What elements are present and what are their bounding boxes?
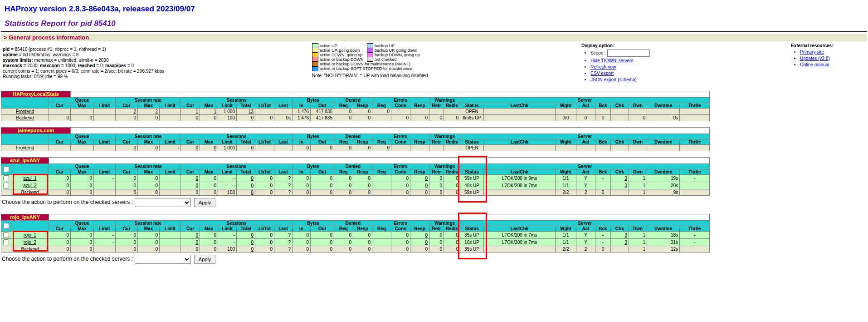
column-header: LbTot xyxy=(255,169,274,175)
stat-cell xyxy=(372,239,391,246)
server-checkbox[interactable] xyxy=(3,232,9,238)
stat-cell: Y xyxy=(576,232,595,239)
table-row: Backend00000010000?0000000035s UP2/22011… xyxy=(1,246,710,253)
display-option-link[interactable]: CSV export xyxy=(590,71,614,76)
display-option-link[interactable]: Hide 'DOWN' servers xyxy=(590,58,633,63)
process-info-text: Running tasks: 0/19; idle = 99 % xyxy=(3,74,68,79)
stat-cell-link[interactable]: 0 xyxy=(425,233,428,238)
haproxy-version-link[interactable]: HAProxy version 2.8.3-86e043a, released … xyxy=(5,5,195,13)
stat-cell xyxy=(444,109,460,115)
row-name-link[interactable]: rojo_2 xyxy=(24,240,36,245)
legend-swatch xyxy=(312,44,318,48)
column-header: Max xyxy=(200,139,218,145)
action-select[interactable] xyxy=(135,198,191,207)
stat-cell-link[interactable]: 0 xyxy=(251,247,254,252)
column-header: Resp xyxy=(410,139,429,145)
stat-cell xyxy=(429,145,444,151)
stat-cell: 0 xyxy=(71,115,94,121)
stat-cell: - xyxy=(595,182,611,189)
stat-cell-link[interactable]: 0 xyxy=(155,145,158,150)
stat-cell-link[interactable]: 0 xyxy=(251,115,254,120)
stat-cell: 0 xyxy=(353,189,372,196)
column-header: Max xyxy=(71,169,94,175)
column-header: Limit xyxy=(218,103,237,109)
stat-cell xyxy=(372,232,391,239)
apply-button[interactable]: Apply xyxy=(194,198,216,207)
stat-cell: 0 xyxy=(138,145,160,151)
select-all-checkbox[interactable] xyxy=(3,166,9,172)
stat-cell-link[interactable]: 0 xyxy=(195,240,198,245)
row-name-link[interactable]: Backend xyxy=(21,247,39,252)
stat-cell: 0 xyxy=(71,232,94,239)
scope-input[interactable] xyxy=(607,50,650,57)
stat-cell: 100 xyxy=(218,115,237,121)
stat-cell-link[interactable]: 0 xyxy=(195,183,198,188)
column-header: Redis xyxy=(444,103,460,109)
stat-cell: 35s UP xyxy=(460,246,484,253)
row-name-link[interactable]: azul_1 xyxy=(23,176,36,181)
stat-cell: L7OK/200 in 7ms xyxy=(484,182,556,189)
external-resource-link[interactable]: Primary site xyxy=(800,50,824,54)
stats-table-wrapper: HAProxyLocalStatsQueueSession rateSessio… xyxy=(1,91,709,121)
stat-cell-link[interactable]: 13 xyxy=(249,109,254,114)
stat-cell-link[interactable]: 3 xyxy=(624,176,627,181)
stat-cell-link[interactable]: 1 xyxy=(195,109,198,114)
stat-cell-link[interactable]: 0 xyxy=(425,176,428,181)
stat-cell-link[interactable]: 2 xyxy=(155,109,158,114)
stat-cell: 0 xyxy=(255,175,274,182)
stat-cell: 0 xyxy=(71,182,94,189)
stat-cell: 1 xyxy=(629,239,647,246)
server-checkbox[interactable] xyxy=(3,239,9,245)
stat-cell: - xyxy=(680,232,710,239)
stat-cell-link[interactable]: 0 xyxy=(425,183,428,188)
process-info-text: reached = xyxy=(78,63,100,68)
stat-cell: 0s xyxy=(647,115,680,121)
row-name-link[interactable]: Backend xyxy=(16,115,34,120)
stat-cell xyxy=(372,175,391,182)
stat-cell-link[interactable]: 2 xyxy=(133,109,136,114)
stat-cell: 3 xyxy=(611,239,629,246)
stat-cell-link[interactable]: 0 xyxy=(214,145,216,150)
external-resources-list: Primary siteUpdates (v2.8)Online manual xyxy=(791,50,833,67)
stat-cell-link[interactable]: 0 xyxy=(251,183,254,188)
stat-cell-link[interactable]: 0 xyxy=(251,176,254,181)
select-all-checkbox[interactable] xyxy=(3,223,9,229)
stat-cell: 0 xyxy=(138,246,160,253)
stat-cell-link[interactable]: 0 xyxy=(251,145,254,150)
name-column-header xyxy=(11,221,49,232)
stat-cell-link[interactable]: 0 xyxy=(195,145,198,150)
stat-cell-link[interactable]: 0 xyxy=(133,145,136,150)
stat-cell-link[interactable]: 0 xyxy=(195,233,198,238)
row-name-link[interactable]: azul_2 xyxy=(23,183,36,188)
display-option-link[interactable]: JSON export (schema) xyxy=(590,77,637,82)
stat-cell: 0 xyxy=(71,189,94,196)
stat-cell-link[interactable]: 0 xyxy=(251,190,254,195)
row-name-link[interactable]: Frontend xyxy=(16,145,34,150)
stat-cell: 0 xyxy=(334,175,353,182)
stat-cell-link[interactable]: 0 xyxy=(195,176,198,181)
server-checkbox[interactable] xyxy=(3,175,9,181)
stat-cell xyxy=(629,145,647,151)
row-name-link[interactable]: rojo_1 xyxy=(24,233,36,238)
server-checkbox[interactable] xyxy=(3,183,9,188)
stat-cell: OPEN xyxy=(460,109,484,115)
external-resource-link[interactable]: Updates (v2.8) xyxy=(800,56,830,61)
row-name-link[interactable]: Backend xyxy=(21,190,39,195)
row-name-link[interactable]: Frontend xyxy=(16,109,34,114)
column-header: LastChk xyxy=(484,226,556,232)
external-resource-link[interactable]: Online manual xyxy=(800,62,829,67)
stat-cell-link[interactable]: 0 xyxy=(251,240,254,245)
action-select[interactable] xyxy=(135,255,191,264)
stat-cell-link[interactable]: 1 xyxy=(214,109,216,114)
apply-button[interactable]: Apply xyxy=(194,255,216,264)
stat-cell xyxy=(160,232,181,239)
process-info-text: 0 xyxy=(132,63,134,68)
display-option-link[interactable]: Refresh now xyxy=(590,64,616,69)
stat-cell-link[interactable]: 3 xyxy=(624,240,627,245)
stat-cell-link[interactable]: 3 xyxy=(624,183,627,188)
column-group-header: Denied xyxy=(334,134,372,139)
stat-cell-link[interactable]: 3 xyxy=(624,233,627,238)
stat-cell-link[interactable]: 0 xyxy=(425,240,428,245)
stat-cell-link[interactable]: 0 xyxy=(251,233,254,238)
stat-cell: 3 xyxy=(611,182,629,189)
